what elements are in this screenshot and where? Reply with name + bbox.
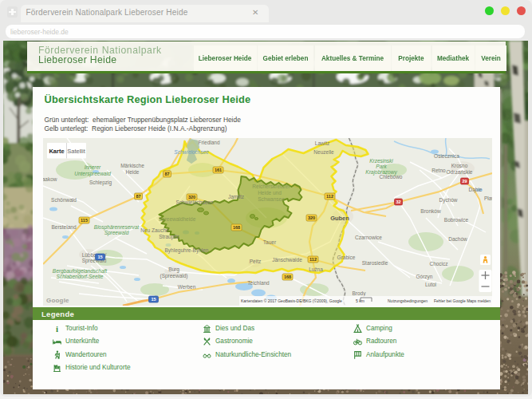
svg-text:Krzesinski: Krzesinski bbox=[369, 158, 393, 164]
svg-text:Reicherskreuzer: Reicherskreuzer bbox=[252, 184, 290, 189]
svg-text:87: 87 bbox=[136, 194, 140, 199]
svg-text:Fehler bei Google Maps melden: Fehler bei Google Maps melden bbox=[434, 298, 491, 303]
svg-text:Jänschwalde: Jänschwalde bbox=[272, 257, 302, 263]
svg-text:Chocicz: Chocicz bbox=[429, 261, 447, 267]
svg-text:Byhleguhre-Byhlen: Byhleguhre-Byhlen bbox=[164, 247, 208, 254]
svg-text:Czarnowice: Czarnowice bbox=[355, 235, 382, 240]
svg-text:Dychów: Dychów bbox=[439, 197, 457, 203]
svg-text:Starosiedle: Starosiedle bbox=[361, 260, 388, 266]
svg-text:Werben: Werben bbox=[177, 284, 195, 290]
svg-text:168: 168 bbox=[232, 225, 239, 230]
svg-text:(Spreewald): (Spreewald) bbox=[160, 273, 187, 279]
svg-text:Google: Google bbox=[46, 297, 69, 304]
svg-text:115: 115 bbox=[81, 218, 88, 223]
svg-text:-Staakow: -Staakow bbox=[43, 176, 57, 182]
svg-text:Straupitz: Straupitz bbox=[159, 234, 179, 240]
svg-text:Krosno: Krosno bbox=[451, 163, 467, 168]
svg-text:Krajobrazowy: Krajobrazowy bbox=[365, 169, 397, 176]
svg-text:29: 29 bbox=[462, 179, 467, 184]
svg-text:Märkische: Märkische bbox=[120, 163, 144, 168]
svg-text:161: 161 bbox=[214, 168, 221, 172]
svg-text:Spreewald: Spreewald bbox=[104, 230, 128, 236]
svg-text:Schlabendorf-Seelte: Schlabendorf-Seelte bbox=[56, 274, 103, 279]
svg-text:Unterspreewald: Unterspreewald bbox=[74, 171, 111, 177]
svg-text:Lawitz: Lawitz bbox=[314, 140, 329, 146]
svg-text:Jamlitz: Jamlitz bbox=[227, 194, 243, 200]
svg-text:Dachów: Dachów bbox=[448, 236, 467, 242]
svg-text:112: 112 bbox=[309, 257, 317, 262]
svg-text:320: 320 bbox=[307, 215, 314, 220]
svg-text:15: 15 bbox=[97, 255, 102, 259]
svg-text:Innerer: Innerer bbox=[84, 164, 100, 170]
svg-text:Bobrowice: Bobrowice bbox=[443, 217, 468, 223]
svg-text:Satellit: Satellit bbox=[67, 148, 85, 155]
svg-text:15: 15 bbox=[151, 297, 156, 302]
svg-text:Schönwald: Schönwald bbox=[51, 197, 77, 203]
svg-text:Schwansee: Schwansee bbox=[258, 196, 285, 202]
svg-text:Chlebowo: Chlebowo bbox=[379, 174, 402, 180]
svg-text:Karte: Karte bbox=[49, 148, 64, 155]
svg-text:Park: Park bbox=[376, 164, 387, 169]
svg-text:168: 168 bbox=[283, 275, 290, 279]
svg-text:Odrzańskie: Odrzańskie bbox=[446, 169, 472, 175]
svg-text:Brody: Brody bbox=[352, 290, 366, 297]
svg-text:i: i bbox=[56, 324, 58, 333]
svg-text:Retno: Retno bbox=[432, 168, 446, 173]
svg-text:Tauer: Tauer bbox=[262, 239, 276, 245]
svg-text:Bersteland: Bersteland bbox=[51, 224, 76, 230]
svg-text:32: 32 bbox=[396, 200, 400, 204]
svg-text:Spreewaldheide: Spreewaldheide bbox=[158, 216, 195, 223]
svg-text:Heide: Heide bbox=[125, 169, 139, 175]
svg-text:Górzyn: Górzyn bbox=[416, 274, 432, 280]
svg-text:Osiecznica: Osiecznica bbox=[434, 153, 459, 159]
svg-text:Lutol: Lutol bbox=[424, 282, 436, 287]
svg-text:Burg: Burg bbox=[168, 267, 179, 273]
svg-text:Guben: Guben bbox=[330, 215, 349, 222]
svg-text:Dąbie: Dąbie bbox=[468, 187, 482, 193]
svg-text:Heide und: Heide und bbox=[258, 190, 282, 196]
svg-text:Neu Zauche: Neu Zauche bbox=[140, 227, 169, 233]
svg-text:Schwielochsee: Schwielochsee bbox=[174, 149, 209, 155]
svg-text:Bronków: Bronków bbox=[420, 208, 441, 214]
svg-text:87: 87 bbox=[164, 172, 169, 176]
svg-text:Pław: Pław bbox=[483, 196, 491, 201]
svg-text:Lužna: Lužna bbox=[309, 267, 323, 272]
svg-text:Kartendaten © 2017 GeoBasis-DE: Kartendaten © 2017 GeoBasis-DE/BKG (©200… bbox=[241, 298, 342, 303]
svg-text:320: 320 bbox=[187, 195, 195, 200]
svg-text:5 km: 5 km bbox=[356, 298, 365, 303]
svg-text:Nutzungsbedingungen: Nutzungsbedingungen bbox=[388, 298, 428, 303]
svg-text:Friedland: Friedland bbox=[198, 140, 219, 145]
svg-text:112: 112 bbox=[326, 194, 333, 199]
svg-text:Schlepzig: Schlepzig bbox=[89, 180, 112, 186]
svg-text:Peitz: Peitz bbox=[249, 259, 260, 264]
svg-text:Grabice: Grabice bbox=[337, 255, 355, 260]
svg-text:Neuzelle: Neuzelle bbox=[313, 149, 334, 155]
svg-text:Teichland: Teichland bbox=[247, 280, 270, 286]
